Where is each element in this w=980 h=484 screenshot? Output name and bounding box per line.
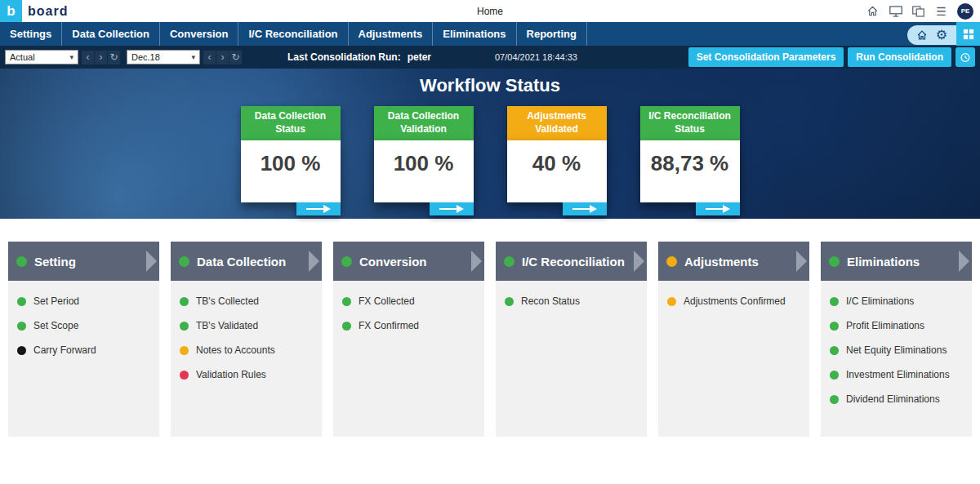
workflow-item-fx-confirmed[interactable]: FX Confirmed: [333, 313, 484, 338]
workflow-item-fx-collected[interactable]: FX Collected: [333, 289, 484, 313]
home-icon[interactable]: [866, 4, 880, 18]
main-nav: Settings Data Collection Conversion I/C …: [0, 22, 980, 46]
status-dot: [667, 297, 676, 306]
column-eliminations: Eliminations I/C Eliminations Profit Eli…: [821, 242, 972, 437]
workflow-item-notes-to-accounts[interactable]: Notes to Accounts: [171, 338, 322, 362]
kpi-body: 100 %: [241, 140, 341, 202]
workflow-item-investment-eliminations[interactable]: Investment Eliminations: [821, 362, 972, 387]
last-run-user: peter: [408, 51, 431, 63]
nav-gear-icon[interactable]: ⚙: [935, 29, 948, 42]
board-logo[interactable]: b board: [0, 0, 68, 22]
user-avatar[interactable]: PE: [957, 3, 973, 20]
board-logo-text: board: [28, 4, 68, 19]
app-window: b board Home ☰ PE Settings Data Collecti…: [0, 0, 980, 484]
workflow-item-dividend-eliminations[interactable]: Dividend Eliminations: [821, 387, 972, 411]
item-label: Net Equity Eliminations: [846, 344, 947, 356]
column-title: I/C Reconciliation: [522, 255, 625, 269]
status-dot: [16, 256, 27, 267]
column-header-data-collection[interactable]: Data Collection: [171, 242, 322, 281]
kpi-drilldown-arrow-icon[interactable]: [696, 202, 740, 215]
workflow-columns: Setting Set Period Set Scope Carry Forwa…: [0, 242, 980, 437]
workflow-item-tbs-collected[interactable]: TB's Collected: [171, 289, 322, 313]
kpi-row: Data Collection Status 100 % Data Collec…: [0, 106, 980, 202]
scenario-select-value: Actual: [10, 52, 35, 62]
nav-item-eliminations[interactable]: Eliminations: [433, 22, 516, 46]
workflow-status-hero: Workflow Status Data Collection Status 1…: [0, 69, 980, 219]
nav-home-icon[interactable]: [915, 29, 929, 42]
column-conversion: Conversion FX Collected FX Confirmed: [333, 242, 484, 437]
column-title: Eliminations: [847, 255, 920, 269]
column-setting: Setting Set Period Set Scope Carry Forwa…: [8, 242, 159, 437]
workflow-item-validation-rules[interactable]: Validation Rules: [171, 362, 322, 387]
status-dot: [17, 297, 26, 306]
nav-item-conversion[interactable]: Conversion: [160, 22, 239, 46]
item-label: Set Period: [33, 295, 79, 307]
item-label: Carry Forward: [33, 344, 96, 356]
item-label: FX Confirmed: [359, 320, 419, 331]
kpi-title: Adjustments Validated: [507, 106, 607, 140]
item-label: FX Collected: [359, 295, 415, 307]
item-label: Recon Status: [521, 295, 580, 307]
nav-item-reporting[interactable]: Reporting: [517, 22, 587, 46]
scenario-select[interactable]: Actual ▾: [5, 50, 78, 64]
workflow-item-adjustments-confirmed[interactable]: Adjustments Confirmed: [658, 289, 809, 313]
column-body: Adjustments Confirmed: [658, 281, 809, 437]
column-title: Setting: [34, 255, 76, 269]
run-consolidation-button[interactable]: Run Consolidation: [848, 47, 951, 67]
kpi-body: 100 %: [374, 140, 474, 202]
hero-title: Workflow Status: [0, 69, 980, 96]
consolidation-toolbar: Actual ▾ ‹ › ↻ Dec.18 ▾ ‹ › ↻ Last Conso…: [0, 46, 980, 69]
column-body: TB's Collected TB's Validated Notes to A…: [171, 281, 322, 437]
workflow-item-ic-eliminations[interactable]: I/C Eliminations: [821, 289, 972, 313]
status-dot: [830, 297, 839, 306]
column-header-setting[interactable]: Setting: [8, 242, 159, 281]
workflow-item-carry-forward[interactable]: Carry Forward: [8, 338, 159, 362]
kpi-drilldown-arrow-icon[interactable]: [563, 202, 607, 215]
workflow-item-tbs-validated[interactable]: TB's Validated: [171, 313, 322, 338]
workflow-item-recon-status[interactable]: Recon Status: [496, 289, 647, 313]
nav-item-data-collection[interactable]: Data Collection: [62, 22, 160, 46]
item-label: Profit Eliminations: [846, 320, 924, 331]
kpi-drilldown-arrow-icon[interactable]: [430, 202, 474, 215]
status-dot: [829, 256, 840, 267]
column-header-adjustments[interactable]: Adjustments: [658, 242, 809, 281]
menu-icon[interactable]: ☰: [934, 4, 948, 18]
clock-icon[interactable]: [956, 47, 975, 67]
workflow-item-set-period[interactable]: Set Period: [8, 289, 159, 313]
set-consolidation-parameters-button[interactable]: Set Consolidation Parameters: [688, 47, 844, 67]
status-dot: [830, 346, 839, 355]
workflow-item-net-equity-eliminations[interactable]: Net Equity Eliminations: [821, 338, 972, 362]
period-select-value: Dec.18: [131, 52, 160, 62]
period-next-icon[interactable]: ›: [216, 51, 229, 64]
scenario-prev-icon[interactable]: ‹: [82, 51, 94, 64]
workflow-item-set-scope[interactable]: Set Scope: [8, 313, 159, 338]
nav-spacer: [587, 22, 907, 46]
nav-item-settings[interactable]: Settings: [0, 22, 62, 46]
status-dot: [830, 395, 839, 404]
kpi-drilldown-arrow-icon[interactable]: [296, 202, 341, 215]
board-logo-icon: b: [0, 0, 22, 22]
kpi-card-ic-reconciliation-status: I/C Reconciliation Status 88,73 %: [640, 106, 740, 202]
column-header-conversion[interactable]: Conversion: [333, 242, 484, 281]
nav-apps-grid-icon[interactable]: [956, 22, 980, 46]
item-label: Set Scope: [33, 320, 78, 331]
period-refresh-icon[interactable]: ↻: [229, 51, 242, 64]
kpi-body: 88,73 %: [640, 140, 740, 202]
period-prev-icon[interactable]: ‹: [203, 51, 216, 64]
screen-share-icon[interactable]: [889, 4, 902, 18]
kpi-value: 100 %: [394, 151, 454, 202]
period-select[interactable]: Dec.18 ▾: [127, 50, 200, 64]
item-label: Investment Eliminations: [846, 369, 950, 380]
status-dot: [180, 346, 189, 355]
nav-item-ic-reconciliation[interactable]: I/C Reconciliation: [238, 22, 348, 46]
presentation-icon[interactable]: [911, 4, 925, 18]
column-title: Data Collection: [197, 255, 286, 269]
scenario-refresh-icon[interactable]: ↻: [108, 51, 120, 64]
workflow-item-profit-eliminations[interactable]: Profit Eliminations: [821, 313, 972, 338]
scenario-next-icon[interactable]: ›: [95, 51, 107, 64]
column-header-ic-reconciliation[interactable]: I/C Reconciliation: [496, 242, 647, 281]
column-header-eliminations[interactable]: Eliminations: [821, 242, 972, 281]
nav-item-adjustments[interactable]: Adjustments: [349, 22, 434, 46]
status-dot: [830, 322, 839, 331]
kpi-value: 100 %: [261, 151, 321, 202]
